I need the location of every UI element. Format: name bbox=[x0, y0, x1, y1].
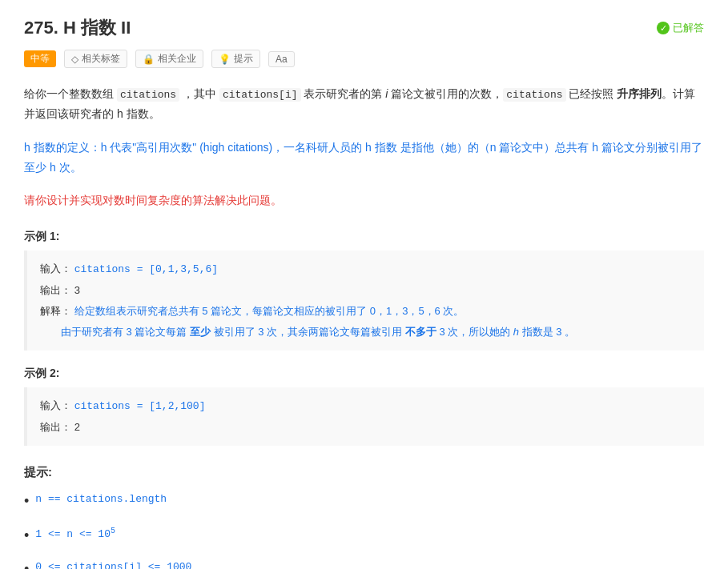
desc-mid1: ，其中 bbox=[179, 87, 219, 100]
desc-code-citations: citations bbox=[117, 88, 179, 102]
desc-mid2: 表示研究者的第 bbox=[301, 87, 386, 100]
hint-item-1: • n == citations.length bbox=[24, 490, 704, 514]
desc-prefix: 给你一个整数数组 bbox=[24, 87, 117, 100]
h-def-text: h 指数的定义：h 代表"高引用次数" (high citations)，一名科… bbox=[24, 141, 702, 174]
explain-line2-end: 3 次，所以她的 h 指数是 3 。 bbox=[436, 326, 575, 338]
example-1: 示例 1: 输入： citations = [0,1,3,5,6] 输出： 3 … bbox=[24, 230, 704, 351]
hint-code-3: 0 <= citations[i] <= 1000 bbox=[35, 558, 191, 569]
example-1-explain-row: 解释： 给定数组表示研究者总共有 5 篇论文，每篇论文相应的被引用了 0，1，3… bbox=[40, 301, 691, 322]
page-header: 275. H 指数 II 已解答 bbox=[24, 16, 704, 40]
desc-code-citations-i: citations[i] bbox=[219, 88, 301, 102]
example-1-input-row: 输入： citations = [0,1,3,5,6] bbox=[40, 258, 691, 280]
hints-title: 提示: bbox=[24, 465, 704, 480]
example-1-title: 示例 1: bbox=[24, 230, 704, 244]
example-2-title: 示例 2: bbox=[24, 367, 704, 381]
explain-bold-nomore: 不多于 bbox=[405, 326, 436, 338]
hint-bullet-2: • bbox=[24, 523, 29, 548]
desc-mid4: 已经按照 bbox=[566, 87, 617, 100]
example-1-input-code: citations = [0,1,3,5,6] bbox=[74, 263, 218, 275]
example-2-input-row: 输入： citations = [1,2,100] bbox=[40, 395, 691, 417]
explain-bold-atleast: 至少 bbox=[190, 326, 211, 338]
example-2-input-label: 输入： bbox=[40, 399, 71, 411]
desc-bold-asc: 升序排列 bbox=[617, 87, 662, 100]
example-1-output-val: 3 bbox=[74, 284, 80, 296]
example-1-explain-label: 解释： bbox=[40, 305, 71, 317]
hints-section: 提示: • n == citations.length • 1 <= n <= … bbox=[24, 465, 704, 569]
example-1-explain-line1: 给定数组表示研究者总共有 5 篇论文，每篇论文相应的被引用了 0，1，3，5，6… bbox=[74, 305, 465, 317]
challenge-text: 请你设计并实现对数时间复杂度的算法解决此问题。 bbox=[24, 190, 704, 210]
example-2-output-val: 2 bbox=[74, 421, 80, 433]
tag-font[interactable]: Aa bbox=[268, 51, 295, 67]
desc-code-citations2: citations bbox=[503, 88, 565, 102]
hint-bullet-3: • bbox=[24, 556, 29, 569]
example-2-output-label: 输出： bbox=[40, 421, 71, 433]
example-1-box: 输入： citations = [0,1,3,5,6] 输出： 3 解释： 给定… bbox=[24, 250, 704, 351]
explain-line2-mid: 被引用了 3 次，其余两篇论文每篇被引用 bbox=[211, 326, 405, 338]
example-2: 示例 2: 输入： citations = [1,2,100] 输出： 2 bbox=[24, 367, 704, 446]
page-title: 275. H 指数 II bbox=[24, 16, 131, 40]
example-2-input-code: citations = [1,2,100] bbox=[74, 400, 206, 412]
example-2-box: 输入： citations = [1,2,100] 输出： 2 bbox=[24, 387, 704, 446]
hint-item-2: • 1 <= n <= 105 bbox=[24, 524, 704, 548]
hint-bullet-1: • bbox=[24, 488, 29, 514]
example-1-output-row: 输出： 3 bbox=[40, 280, 691, 301]
tag-related-tags[interactable]: ◇ 相关标签 bbox=[64, 50, 127, 68]
explain-line2-pre: 由于研究者有 3 篇论文每篇 bbox=[40, 326, 190, 338]
example-1-output-label: 输出： bbox=[40, 284, 71, 296]
hint-code-2: 1 <= n <= 105 bbox=[35, 524, 115, 544]
example-1-explain-line2: 由于研究者有 3 篇论文每篇 至少 被引用了 3 次，其余两篇论文每篇被引用 不… bbox=[40, 322, 691, 343]
example-1-input-label: 输入： bbox=[40, 262, 71, 274]
tag-icon: ◇ bbox=[71, 54, 78, 65]
tag-hint[interactable]: 💡 提示 bbox=[211, 50, 260, 68]
tag-level[interactable]: 中等 bbox=[24, 50, 56, 67]
tags-row: 中等 ◇ 相关标签 🔒 相关企业 💡 提示 Aa bbox=[24, 50, 704, 68]
challenge-content: 请你设计并实现对数时间复杂度的算法解决此问题。 bbox=[24, 194, 282, 206]
hint-item-3: • 0 <= citations[i] <= 1000 bbox=[24, 558, 704, 569]
example-2-output-row: 输出： 2 bbox=[40, 417, 691, 438]
tag-related-company[interactable]: 🔒 相关企业 bbox=[135, 50, 203, 68]
description-para: 给你一个整数数组 citations ，其中 citations[i] 表示研究… bbox=[24, 84, 704, 125]
desc-mid3: 篇论文被引用的次数， bbox=[388, 87, 503, 100]
lock-icon: 🔒 bbox=[143, 54, 155, 65]
hint-code-1: n == citations.length bbox=[35, 490, 167, 508]
h-index-definition: h 指数的定义：h 代表"高引用次数" (high citations)，一名科… bbox=[24, 138, 704, 178]
bulb-icon: 💡 bbox=[219, 54, 231, 65]
solved-badge: 已解答 bbox=[657, 21, 704, 35]
